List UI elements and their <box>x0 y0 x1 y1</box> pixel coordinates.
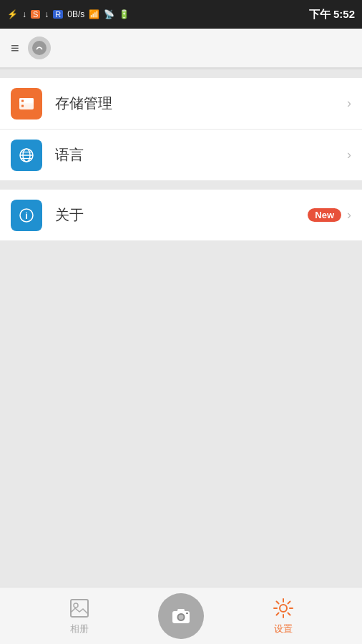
sogou-icon: S <box>31 10 40 19</box>
about-label: 关于 <box>55 205 302 225</box>
logo-icon <box>31 39 48 57</box>
album-icon <box>68 597 91 620</box>
new-badge: New <box>308 208 341 222</box>
menu-item-language[interactable]: 语言 › <box>0 130 362 181</box>
section-gap-middle <box>0 181 362 190</box>
storage-chevron: › <box>347 96 351 111</box>
storage-label: 存储管理 <box>55 94 341 113</box>
usb-icon: ⚡ <box>7 9 18 19</box>
svg-rect-5 <box>21 104 24 107</box>
status-bar: ⚡ ↓ S ↓ R 0B/s 📶 📡 🔋 下午 5:52 <box>0 0 362 29</box>
storage-icon-wrap <box>11 88 42 119</box>
storage-icon <box>17 94 36 113</box>
app-logo <box>28 36 51 59</box>
status-bar-left: ⚡ ↓ S ↓ R 0B/s 📶 📡 🔋 <box>7 9 129 19</box>
svg-rect-13 <box>71 600 88 617</box>
download2-icon: ↓ <box>44 9 49 19</box>
menu-item-about[interactable]: i 关于 New › <box>0 190 362 241</box>
camera-icon <box>170 605 192 627</box>
section-gap-top <box>0 69 362 78</box>
menu-item-storage[interactable]: 存储管理 › <box>0 78 362 130</box>
nav-camera-button[interactable] <box>158 593 204 639</box>
bottom-nav: 相册 设置 <box>0 587 362 644</box>
status-bar-right: 下午 5:52 <box>309 8 355 21</box>
svg-point-20 <box>280 605 287 612</box>
svg-rect-3 <box>21 99 24 102</box>
download-icon: ↓ <box>22 9 26 19</box>
svg-rect-4 <box>19 103 34 104</box>
app-header: ≡ <box>0 29 362 68</box>
svg-point-14 <box>74 603 78 608</box>
info-icon: i <box>17 206 36 225</box>
album-label: 相册 <box>70 623 89 635</box>
time-display: 下午 5:52 <box>309 8 355 21</box>
hamburger-button[interactable]: ≡ <box>11 40 19 57</box>
signal-icon: 📡 <box>104 9 114 19</box>
language-chevron: › <box>347 147 351 162</box>
battery-icon: 🔋 <box>119 9 129 19</box>
about-chevron: › <box>347 208 351 223</box>
svg-point-0 <box>32 41 47 55</box>
svg-rect-18 <box>177 609 185 613</box>
language-icon <box>17 146 36 165</box>
nav-item-settings[interactable]: 设置 <box>204 597 362 635</box>
about-icon-wrap: i <box>11 200 42 231</box>
menu-section: 存储管理 › 语言 › <box>0 78 362 181</box>
svg-point-17 <box>179 615 184 620</box>
wifi-icon: 📶 <box>89 9 99 19</box>
nav-item-album[interactable]: 相册 <box>0 597 158 635</box>
svg-text:i: i <box>25 210 28 221</box>
about-section: i 关于 New › <box>0 190 362 241</box>
language-icon-wrap <box>11 140 42 171</box>
svg-rect-19 <box>186 613 188 614</box>
settings-label: 设置 <box>274 623 293 635</box>
r-icon: R <box>53 10 63 19</box>
content-area <box>0 241 362 527</box>
settings-icon <box>272 597 295 620</box>
language-label: 语言 <box>55 145 341 165</box>
speed-label: 0B/s <box>67 9 84 19</box>
